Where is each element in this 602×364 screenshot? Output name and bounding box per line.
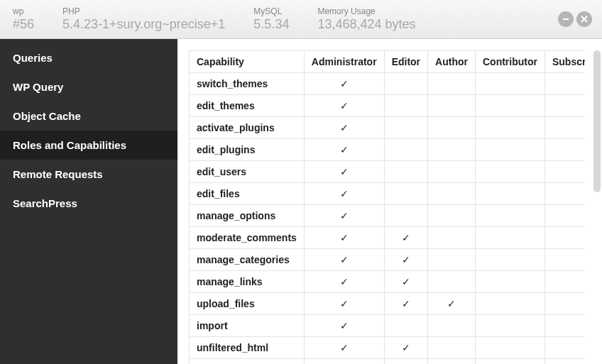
role-cell: [544, 95, 585, 117]
check-icon: ✓: [340, 232, 349, 243]
role-cell: ✓: [304, 95, 384, 117]
role-cell: [475, 293, 544, 315]
role-cell: [475, 117, 544, 139]
stat-mysql: MySQL 5.5.34: [253, 6, 289, 32]
role-cell: [475, 227, 544, 249]
role-cell: [384, 95, 427, 117]
table-row: upload_files✓✓✓: [190, 293, 586, 315]
role-cell: [475, 249, 544, 271]
check-icon: ✓: [340, 320, 349, 331]
capability-name: moderate_comments: [190, 227, 305, 249]
role-cell: ✓: [304, 205, 384, 227]
role-cell: ✓: [304, 271, 384, 293]
column-header: Editor: [384, 51, 427, 73]
capability-name: switch_themes: [190, 73, 305, 95]
role-cell: ✓: [384, 337, 427, 359]
role-cell: [428, 95, 476, 117]
role-cell: [384, 315, 427, 337]
stat-value: 5.5.34: [253, 17, 289, 32]
table-row: manage_categories✓✓: [190, 249, 586, 271]
role-cell: [544, 337, 585, 359]
table-row: edit_users✓: [190, 161, 586, 183]
role-cell: [475, 315, 544, 337]
role-cell: ✓: [304, 337, 384, 359]
role-cell: [428, 337, 476, 359]
role-cell: ✓: [384, 249, 427, 271]
capability-name: manage_categories: [190, 249, 305, 271]
table-header-row: CapabilityAdministratorEditorAuthorContr…: [190, 51, 586, 73]
check-icon: ✓: [340, 298, 349, 309]
capability-name: import: [190, 315, 305, 337]
sidebar-item-searchpress[interactable]: SearchPress: [0, 189, 177, 218]
table-row: edit_plugins✓: [190, 139, 586, 161]
role-cell: [544, 249, 585, 271]
capability-name: edit_users: [190, 161, 305, 183]
stat-value: 5.4.23-1+sury.org~precise+1: [62, 17, 225, 32]
close-button[interactable]: [576, 11, 592, 27]
sidebar-item-remote-requests[interactable]: Remote Requests: [0, 160, 177, 189]
check-icon: ✓: [402, 276, 410, 287]
stat-php: PHP 5.4.23-1+sury.org~precise+1: [62, 6, 225, 32]
column-header: Contributor: [475, 51, 544, 73]
role-cell: [544, 205, 585, 227]
sidebar-item-roles-and-capabilities[interactable]: Roles and Capabilities: [0, 131, 177, 160]
sidebar-item-object-cache[interactable]: Object Cache: [0, 101, 177, 131]
role-cell: ✓: [384, 271, 427, 293]
role-cell: [544, 293, 585, 315]
table-row: manage_links✓✓: [190, 271, 586, 293]
table-row: moderate_comments✓✓: [190, 227, 586, 249]
check-icon: ✓: [340, 166, 349, 177]
stat-label: MySQL: [253, 6, 289, 16]
role-cell: ✓: [304, 315, 384, 337]
capabilities-table: CapabilityAdministratorEditorAuthorContr…: [189, 50, 585, 364]
role-cell: [384, 205, 427, 227]
svg-rect-0: [563, 18, 569, 20]
role-cell: [475, 183, 544, 205]
role-cell: ✓: [384, 359, 427, 365]
role-cell: ✓: [304, 161, 384, 183]
role-cell: [428, 227, 476, 249]
check-icon: ✓: [402, 254, 410, 265]
role-cell: ✓: [304, 139, 384, 161]
role-cell: [475, 73, 544, 95]
role-cell: [544, 73, 585, 95]
table-row: manage_options✓: [190, 205, 586, 227]
role-cell: [428, 249, 476, 271]
capability-name: activate_plugins: [190, 117, 305, 139]
role-cell: ✓: [304, 117, 384, 139]
role-cell: ✓: [428, 359, 476, 365]
role-cell: [475, 161, 544, 183]
role-cell: [475, 271, 544, 293]
stat-wp: wp #56: [13, 6, 34, 32]
main-panel: CapabilityAdministratorEditorAuthorContr…: [177, 39, 602, 364]
column-header: Author: [428, 51, 476, 73]
capability-name: upload_files: [190, 293, 305, 315]
role-cell: ✓: [304, 249, 384, 271]
role-cell: [384, 161, 427, 183]
scrollbar-thumb[interactable]: [593, 50, 601, 192]
column-header: Subscriber: [544, 51, 585, 73]
column-header: Capability: [190, 51, 305, 73]
role-cell: ✓: [428, 293, 476, 315]
minimize-button[interactable]: [558, 11, 574, 27]
role-cell: [544, 117, 585, 139]
check-icon: ✓: [340, 254, 349, 265]
table-row: import✓: [190, 315, 586, 337]
role-cell: [428, 271, 476, 293]
sidebar: QueriesWP QueryObject CacheRoles and Cap…: [0, 39, 177, 364]
check-icon: ✓: [340, 122, 349, 133]
capabilities-table-wrap: CapabilityAdministratorEditorAuthorContr…: [189, 50, 585, 364]
sidebar-item-wp-query[interactable]: WP Query: [0, 72, 177, 101]
role-cell: [475, 139, 544, 161]
role-cell: ✓: [304, 227, 384, 249]
capability-name: manage_options: [190, 205, 305, 227]
header: wp #56 PHP 5.4.23-1+sury.org~precise+1 M…: [0, 0, 602, 39]
role-cell: ✓: [384, 293, 427, 315]
table-row: switch_themes✓: [190, 73, 586, 95]
capability-name: unfiltered_html: [190, 337, 305, 359]
sidebar-item-queries[interactable]: Queries: [0, 43, 177, 72]
capability-name: edit_themes: [190, 95, 305, 117]
stat-label: wp: [13, 6, 34, 16]
role-cell: [428, 161, 476, 183]
minimize-icon: [562, 16, 569, 23]
